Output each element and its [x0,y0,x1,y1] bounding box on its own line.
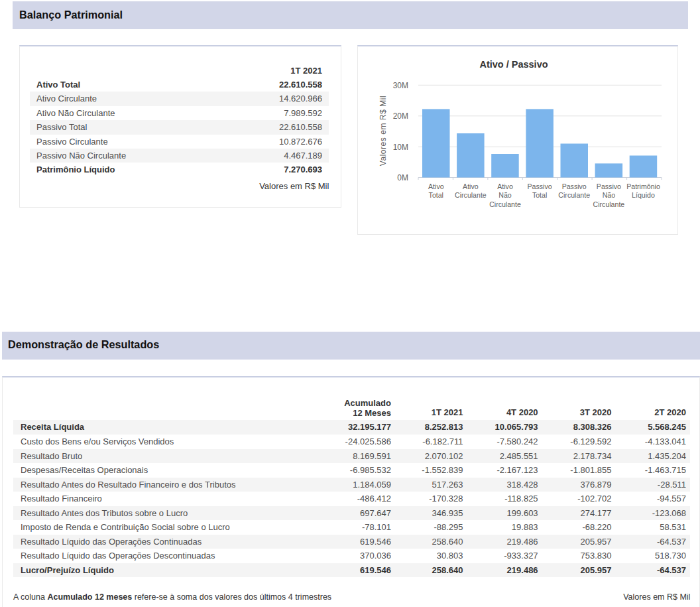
svg-text:Passivo: Passivo [528,182,552,190]
svg-text:Ativo: Ativo [497,182,513,190]
svg-text:Circulante: Circulante [558,191,590,199]
svg-text:Ativo / Passivo: Ativo / Passivo [479,59,548,70]
svg-text:Total: Total [429,191,443,199]
svg-text:10M: 10M [393,143,408,152]
svg-text:Passivo: Passivo [562,182,587,190]
svg-text:0M: 0M [397,173,408,182]
svg-text:30M: 30M [393,81,408,90]
svg-text:Circulante: Circulante [593,200,625,208]
svg-text:Ativo: Ativo [463,182,479,190]
svg-text:Ativo: Ativo [428,182,444,190]
svg-text:20M: 20M [393,111,408,121]
svg-text:Não: Não [498,191,512,199]
svg-text:Valores em R$ Mil: Valores em R$ Mil [379,96,388,167]
svg-text:Circulante: Circulante [489,200,521,208]
svg-text:Circulante: Circulante [455,191,487,199]
svg-text:Não: Não [603,191,616,199]
svg-text:Total: Total [532,191,547,199]
svg-text:Patrimônio: Patrimônio [626,182,660,190]
svg-text:Líquido: Líquido [632,191,655,199]
svg-text:Passivo: Passivo [597,182,621,190]
